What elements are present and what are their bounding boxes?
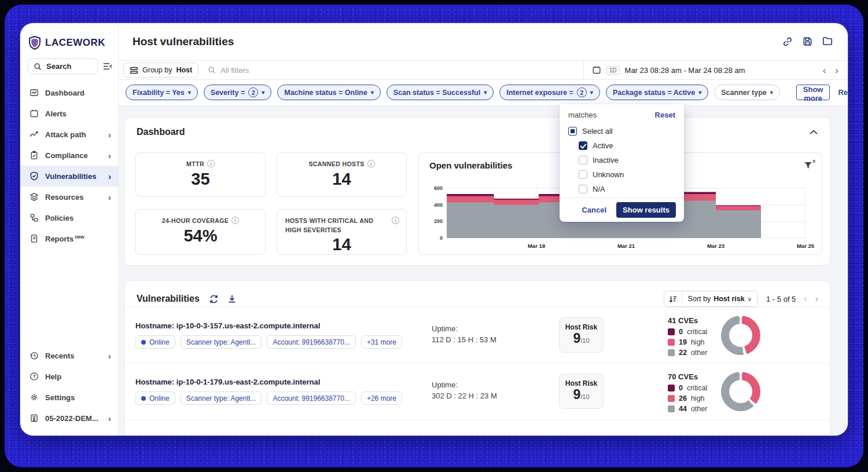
chevron-down-icon: ▾: [590, 89, 593, 96]
sort-icon: [664, 291, 682, 306]
filter-pill-scan-status[interactable]: Scan status = Successful ▾: [387, 85, 494, 100]
option-unknown[interactable]: Unknown: [560, 167, 684, 181]
lacework-logo[interactable]: LACEWORK: [20, 23, 118, 50]
filter-pill-severity[interactable]: Severity = 2 ▾: [204, 85, 271, 100]
metric-value: 14: [285, 170, 398, 189]
chevron-right-icon: ›: [108, 352, 111, 360]
option-active[interactable]: Active: [560, 138, 684, 152]
dropdown-reset-link[interactable]: Reset: [655, 111, 675, 119]
all-filters-input[interactable]: All filters: [198, 66, 583, 75]
checkbox-icon[interactable]: [579, 185, 587, 193]
filter-pill-scanner-type[interactable]: Scanner type ▾: [714, 85, 780, 100]
package-status-dropdown: matches Reset Select all Active Inactive…: [560, 104, 684, 222]
group-by-icon: [130, 67, 138, 74]
sidebar-item-dashboard[interactable]: Dashboard: [20, 82, 118, 103]
metric-card-critical-high-hosts: HOSTS WITH CRITICAL AND HIGH SEVERITIES …: [277, 209, 407, 255]
info-icon[interactable]: i: [392, 217, 399, 224]
collapse-sidebar-icon[interactable]: [102, 62, 112, 71]
collapse-panel-icon[interactable]: [809, 129, 818, 135]
exposure-count-badge: 2: [577, 87, 587, 97]
show-results-button[interactable]: Show results: [616, 202, 676, 218]
online-dot-icon: [141, 396, 146, 401]
group-by-button[interactable]: Group by Host: [123, 63, 198, 78]
show-more-button[interactable]: Show more: [796, 85, 830, 100]
vulnerabilities-title: Vulnerabilities: [137, 294, 200, 304]
scanner-type-chip[interactable]: Scanner type: Agentl...: [181, 391, 262, 405]
svg-text:?: ?: [32, 374, 35, 379]
scanner-type-chip[interactable]: Scanner type: Agentl...: [181, 335, 262, 349]
sidebar-search[interactable]: Search: [28, 58, 98, 74]
share-link-icon[interactable]: [782, 36, 793, 47]
metric-value: 14: [285, 235, 398, 254]
folder-icon[interactable]: [822, 36, 833, 47]
sidebar-item-vulnerabilities[interactable]: Vulnerabilities ›: [20, 166, 118, 186]
chevron-down-icon: ∨: [748, 296, 752, 302]
filter-toolbar: Group by Host All filters 1D Mar 23 08:2…: [119, 60, 848, 80]
status-chip[interactable]: Online: [135, 335, 175, 349]
filter-pill-internet-exposure[interactable]: Internet exposure = 2 ▾: [499, 85, 600, 100]
sidebar-item-compliance[interactable]: Compliance ›: [20, 145, 118, 166]
reset-filters-link[interactable]: Reset: [838, 88, 848, 97]
uptime: Uptime: 112 D : 15 H : 53 M: [432, 323, 496, 345]
sort-control[interactable]: Sort byHost risk∨: [664, 291, 758, 307]
search-icon: [34, 63, 42, 71]
filter-pill-package-status[interactable]: Package status = Active ▾: [606, 85, 708, 100]
hostname[interactable]: Hostname: ip-10-0-1-179.us-east-2.comput…: [135, 378, 402, 386]
page-prev-icon[interactable]: ‹: [804, 294, 807, 304]
sidebar-nav: Dashboard Alerts Attack path › Complianc…: [20, 82, 118, 249]
svg-text:Mar 21: Mar 21: [617, 243, 635, 249]
page-title: Host vulnerabilities: [133, 35, 234, 48]
info-icon[interactable]: i: [207, 160, 215, 167]
sidebar-item-policies[interactable]: Policies: [20, 207, 118, 228]
critical-swatch-icon: [668, 328, 675, 335]
select-all-option[interactable]: Select all: [560, 124, 684, 138]
checkbox-icon[interactable]: [579, 156, 587, 164]
refresh-icon[interactable]: [209, 294, 219, 304]
svg-text:0: 0: [440, 235, 443, 241]
option-na[interactable]: N/A: [560, 182, 684, 196]
sidebar-item-alerts[interactable]: Alerts: [20, 103, 118, 124]
filter-pill-fixability[interactable]: Fixability = Yes ▾: [126, 85, 198, 100]
more-tags-chip[interactable]: +31 more: [361, 335, 402, 349]
more-tags-chip[interactable]: +26 more: [361, 391, 402, 405]
date-prev-icon[interactable]: ‹: [823, 65, 826, 75]
content-area: Dashboard MTTRi 35 SCANNED HOSTSi 14 24-…: [119, 105, 848, 436]
save-icon[interactable]: [803, 36, 812, 47]
funnel-filter-count: 0: [813, 159, 815, 164]
cancel-button[interactable]: Cancel: [582, 206, 606, 214]
policies-icon: [29, 213, 39, 222]
info-icon[interactable]: i: [367, 160, 375, 167]
checkbox-icon[interactable]: [579, 170, 587, 179]
filter-funnel-icon[interactable]: 0: [804, 161, 812, 170]
host-row[interactable]: Hostname: ip-10-0-1-179.us-east-2.comput…: [125, 363, 830, 419]
checkbox-indeterminate-icon[interactable]: [568, 127, 577, 136]
account-chip[interactable]: Account: 99196638770...: [267, 335, 355, 349]
sidebar-item-recents[interactable]: Recents ›: [20, 345, 118, 366]
sidebar-item-settings[interactable]: Settings: [20, 387, 118, 408]
host-row[interactable]: Hostname: ip-10-0-3-157.us-east-2.comput…: [125, 307, 830, 363]
status-chip[interactable]: Online: [135, 391, 175, 405]
info-icon[interactable]: i: [231, 217, 239, 224]
sidebar-item-reports[interactable]: Reportsnew: [20, 228, 118, 249]
download-icon[interactable]: [227, 294, 237, 304]
page-next-icon[interactable]: ›: [815, 294, 818, 304]
hostname[interactable]: Hostname: ip-10-0-3-157.us-east-2.comput…: [135, 321, 402, 330]
sidebar-item-help[interactable]: ? Help: [20, 366, 118, 387]
chevron-right-icon: ›: [108, 151, 111, 160]
date-range-picker[interactable]: 1D Mar 23 08:28 am - Mar 24 08:28 am: [583, 61, 753, 79]
metric-value: 54%: [144, 226, 257, 246]
sidebar-item-resources[interactable]: Resources ›: [20, 186, 118, 207]
chevron-right-icon: ›: [108, 414, 111, 423]
option-inactive[interactable]: Inactive: [560, 153, 684, 167]
sidebar-item-organization[interactable]: 05-2022-DEM... ›: [20, 408, 118, 429]
svg-text:Mar 19: Mar 19: [528, 243, 545, 249]
date-next-icon[interactable]: ›: [835, 65, 838, 75]
document-icon: [29, 234, 39, 243]
filter-pill-machine-status[interactable]: Machine status = Online ▾: [277, 85, 380, 100]
account-chip[interactable]: Account: 99196638770...: [267, 391, 355, 405]
high-swatch-icon: [668, 339, 675, 346]
sidebar-item-attack-path[interactable]: Attack path ›: [20, 124, 118, 145]
cve-donut-chart: [721, 372, 760, 411]
checkbox-icon[interactable]: [579, 141, 587, 150]
chevron-down-icon: ▾: [484, 89, 487, 96]
